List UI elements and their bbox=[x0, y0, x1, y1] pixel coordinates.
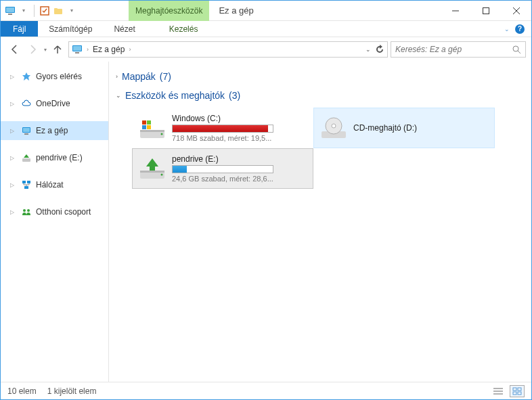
drive-freespace: 718 MB szabad, méret: 19,5... bbox=[172, 134, 307, 142]
statusbar: 10 elem 1 kijelölt elem bbox=[1, 382, 531, 399]
drive-pendrive-e[interactable]: pendrive (E:) 24,6 GB szabad, méret: 28,… bbox=[132, 148, 313, 189]
address-dropdown-icon[interactable]: ⌄ bbox=[365, 46, 371, 53]
minimize-button[interactable] bbox=[440, 1, 470, 20]
chevron-right-icon[interactable]: ▷ bbox=[10, 209, 17, 215]
svg-rect-2 bbox=[8, 14, 12, 15]
hdd-icon bbox=[138, 114, 167, 142]
status-selected-count: 1 kijelölt elem bbox=[47, 386, 97, 396]
star-icon bbox=[21, 71, 32, 82]
usb-icon bbox=[21, 152, 32, 163]
svg-rect-17 bbox=[24, 133, 28, 135]
drive-name: CD-meghajtó (D:) bbox=[353, 123, 489, 133]
drive-name: pendrive (E:) bbox=[172, 154, 307, 164]
sidebar-item-onedrive[interactable]: ▷ OneDrive bbox=[1, 94, 108, 113]
svg-point-26 bbox=[161, 133, 163, 135]
view-details-button[interactable] bbox=[491, 385, 506, 397]
chevron-down-icon: ⌄ bbox=[116, 92, 121, 99]
group-label: Mappák bbox=[122, 71, 156, 82]
sidebar-item-this-pc[interactable]: ▷ Ez a gép bbox=[1, 121, 108, 140]
contextual-tab-header: Meghajtóeszközök bbox=[129, 1, 209, 21]
drives-grid: Windows (C:) 718 MB szabad, méret: 19,5.… bbox=[116, 105, 525, 194]
svg-rect-37 bbox=[150, 165, 155, 171]
view-tiles-button[interactable] bbox=[510, 385, 525, 397]
breadcrumb-item[interactable]: Ez a gép bbox=[93, 45, 125, 54]
svg-rect-11 bbox=[73, 46, 81, 51]
svg-rect-12 bbox=[75, 52, 79, 53]
back-button[interactable] bbox=[6, 41, 22, 58]
ribbon-tabs: Fájl Számítógép Nézet Kezelés ⌄ ? bbox=[1, 21, 531, 37]
sidebar-item-label: Ez a gép bbox=[36, 126, 68, 135]
svg-rect-29 bbox=[142, 125, 146, 129]
recent-dropdown-icon[interactable]: ▾ bbox=[44, 47, 47, 53]
svg-rect-5 bbox=[54, 8, 58, 10]
navigation-pane: ▷ Gyors elérés ▷ OneDrive ▷ Ez a gép ▷ p… bbox=[1, 62, 109, 382]
sidebar-item-label: OneDrive bbox=[36, 99, 70, 108]
this-pc-icon bbox=[21, 125, 32, 136]
body: ▷ Gyors elérés ▷ OneDrive ▷ Ez a gép ▷ p… bbox=[1, 62, 531, 382]
sidebar-item-homegroup[interactable]: ▷ Otthoni csoport bbox=[1, 202, 108, 221]
search-input[interactable] bbox=[395, 45, 512, 54]
window-controls bbox=[440, 1, 531, 20]
tab-file[interactable]: Fájl bbox=[1, 21, 38, 37]
svg-rect-27 bbox=[142, 120, 146, 125]
new-folder-icon[interactable] bbox=[53, 5, 64, 16]
drive-windows-c[interactable]: Windows (C:) 718 MB szabad, méret: 19,5.… bbox=[132, 108, 313, 148]
forward-button[interactable] bbox=[25, 41, 41, 58]
svg-rect-35 bbox=[140, 171, 164, 173]
content-pane: › Mappák (7) ⌄ Eszközök és meghajtók (3)… bbox=[109, 62, 531, 382]
network-icon bbox=[21, 179, 32, 190]
drive-cd-d[interactable]: CD-meghajtó (D:) bbox=[313, 108, 495, 148]
svg-rect-25 bbox=[140, 130, 164, 132]
search-icon[interactable] bbox=[512, 45, 521, 54]
group-count: (3) bbox=[229, 90, 240, 101]
tab-computer[interactable]: Számítógép bbox=[38, 21, 103, 37]
cd-icon bbox=[319, 114, 348, 142]
qat-customize-icon[interactable]: ▾ bbox=[66, 5, 77, 16]
svg-rect-21 bbox=[24, 186, 28, 189]
sidebar-item-quick-access[interactable]: ▷ Gyors elérés bbox=[1, 67, 108, 86]
sidebar-item-label: Otthoni csoport bbox=[36, 207, 91, 217]
titlebar: ▾ ▾ Meghajtóeszközök Ez a gép bbox=[1, 1, 531, 21]
chevron-right-icon[interactable]: ▷ bbox=[10, 155, 17, 161]
sidebar-item-network[interactable]: ▷ Hálózat bbox=[1, 175, 108, 194]
properties-icon[interactable] bbox=[39, 5, 50, 16]
maximize-button[interactable] bbox=[470, 1, 501, 20]
group-drives-header[interactable]: ⌄ Eszközök és meghajtók (3) bbox=[116, 86, 525, 105]
cloud-icon bbox=[21, 98, 32, 109]
chevron-right-icon[interactable]: ▷ bbox=[10, 101, 17, 107]
svg-rect-7 bbox=[483, 7, 489, 14]
sidebar-item-label: Gyors elérés bbox=[36, 72, 82, 81]
address-bar[interactable]: › Ez a gép › ⌄ bbox=[68, 41, 388, 58]
svg-line-14 bbox=[518, 51, 520, 53]
chevron-right-icon[interactable]: ▷ bbox=[10, 182, 17, 188]
svg-point-33 bbox=[332, 124, 336, 128]
tab-view[interactable]: Nézet bbox=[103, 21, 146, 37]
drive-name: Windows (C:) bbox=[172, 114, 307, 123]
svg-rect-16 bbox=[23, 128, 30, 132]
close-button[interactable] bbox=[501, 1, 531, 20]
svg-rect-18 bbox=[22, 158, 30, 162]
up-button[interactable] bbox=[49, 41, 66, 58]
svg-point-22 bbox=[23, 209, 26, 212]
sidebar-item-pendrive[interactable]: ▷ pendrive (E:) bbox=[1, 148, 108, 167]
group-label: Eszközök és meghajtók bbox=[125, 90, 225, 101]
qat-dropdown-icon[interactable]: ▾ bbox=[18, 5, 29, 16]
ribbon-collapse-icon[interactable]: ⌄ bbox=[504, 26, 510, 32]
search-box[interactable] bbox=[391, 41, 526, 58]
svg-rect-30 bbox=[147, 125, 151, 129]
breadcrumb-chevron-icon[interactable]: › bbox=[129, 46, 131, 53]
chevron-right-icon[interactable]: ▷ bbox=[10, 128, 17, 134]
svg-point-13 bbox=[513, 46, 518, 51]
sidebar-item-label: Hálózat bbox=[36, 180, 64, 190]
group-folders-header[interactable]: › Mappák (7) bbox=[116, 67, 525, 86]
svg-rect-44 bbox=[518, 392, 521, 395]
tab-manage[interactable]: Kezelés bbox=[158, 21, 209, 37]
status-item-count: 10 elem bbox=[7, 386, 37, 396]
help-icon[interactable]: ? bbox=[515, 24, 525, 34]
chevron-right-icon[interactable]: ▷ bbox=[10, 74, 17, 80]
svg-rect-41 bbox=[513, 388, 516, 391]
svg-rect-20 bbox=[27, 181, 30, 183]
refresh-icon[interactable] bbox=[375, 45, 384, 54]
svg-rect-28 bbox=[147, 120, 151, 125]
breadcrumb-chevron-icon[interactable]: › bbox=[87, 46, 89, 53]
